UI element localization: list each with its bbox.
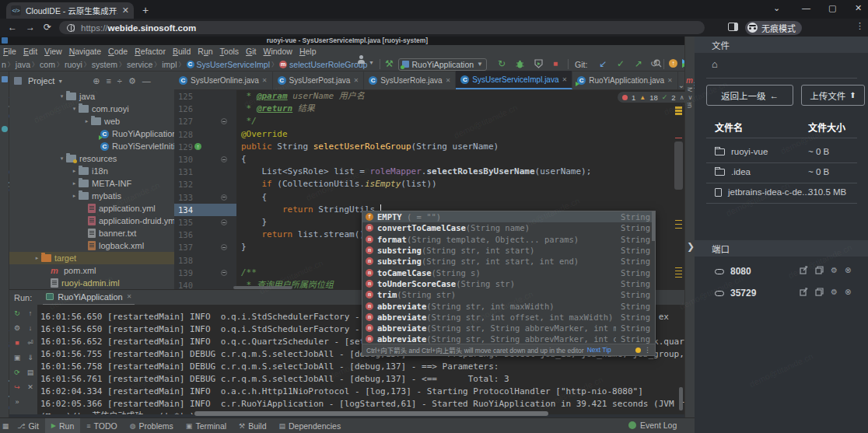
open-external-icon[interactable] [800, 266, 808, 274]
print-icon[interactable]: ▤ [24, 368, 37, 376]
tree-item-ruoyiapplication[interactable]: CRuoYiApplication [9, 127, 174, 140]
statusbar-run[interactable]: ▶Run [45, 418, 80, 433]
up-stack-icon[interactable]: ↑ [24, 309, 37, 317]
more-icon[interactable]: » [11, 398, 23, 406]
tree-item-meta-inf[interactable]: ▸META-INF [9, 177, 174, 190]
coverage-icon[interactable] [534, 59, 543, 68]
port-close-icon[interactable]: ⊗ [845, 288, 851, 296]
run-settings-icon[interactable]: ⚙ [11, 324, 23, 332]
menu-refactor[interactable]: Refactor [135, 47, 166, 56]
port-close-icon[interactable]: ⊗ [845, 266, 851, 274]
window-maximize-icon[interactable]: ▢ [828, 3, 836, 13]
statusbar-dependencies[interactable]: ▤Dependencies [273, 418, 348, 433]
rerun-icon[interactable]: ↻ [11, 309, 23, 317]
fold-icon[interactable] [221, 244, 227, 250]
completion-item-format[interactable]: mformat(String template, Object... param… [362, 234, 655, 245]
tree-item-ruoyi-admin-iml[interactable]: ruoyi-admin.iml [9, 277, 174, 289]
user-dropdown-icon[interactable]: ▼ [369, 60, 374, 65]
tab-close-icon[interactable]: ✕ [353, 77, 359, 84]
next-tip-link[interactable]: Next Tip [587, 346, 611, 354]
tree-item-application-yml[interactable]: application.yml [9, 202, 174, 215]
menu-tools[interactable]: Tools [220, 47, 240, 56]
back-icon[interactable]: ← [8, 22, 17, 33]
editor-tab-sysuseronline-java[interactable]: CSysUserOnline.java✕ [174, 71, 273, 89]
run-tab-close-icon[interactable]: ✕ [127, 293, 132, 300]
console-vscrollbar[interactable] [679, 387, 683, 410]
project-dropdown-icon[interactable]: ▼ [58, 79, 63, 84]
tree-chevron-icon[interactable]: ▾ [58, 155, 66, 162]
git-commit-icon[interactable]: ✓ [617, 58, 625, 69]
stop-icon[interactable]: ■ [553, 59, 558, 68]
window-close-icon[interactable]: ✕ [855, 3, 862, 13]
restart-icon[interactable]: ⟳ [11, 368, 23, 376]
gideabrowser-stripe-icon[interactable] [2, 126, 8, 132]
completion-item-trim[interactable]: mtrim(String str)String [362, 289, 655, 300]
inspections-widget[interactable]: 1 ▲ 18 ✓ 2 ∧ ∨ [618, 92, 697, 103]
completion-item-converttocamelcase[interactable]: mconvertToCamelCase(String name)String [362, 222, 655, 233]
locate-icon[interactable]: ⊕ [93, 76, 100, 86]
tree-chevron-icon[interactable]: ▸ [33, 255, 41, 261]
completion-item-abbreviate[interactable]: mabbreviate(String str, int offset, int … [362, 312, 655, 323]
git-update-icon[interactable]: ↙ [599, 58, 607, 69]
collapse-all-icon[interactable]: ÷ [117, 76, 122, 86]
tree-item-application-druid-yml[interactable]: application-druid.yml [9, 215, 174, 227]
fold-icon[interactable] [221, 118, 227, 124]
menu-code[interactable]: Code [108, 47, 128, 56]
menu-help[interactable]: Help [299, 47, 317, 56]
editor-tab-sysuserrole-java[interactable]: CSysUserRole.java✕ [364, 71, 456, 89]
hide-panel-icon[interactable]: — [142, 76, 151, 86]
dump-icon[interactable]: ▣ [11, 354, 23, 361]
fold-icon[interactable] [221, 270, 227, 276]
statusbar-git[interactable]: ⎇Git [11, 418, 45, 433]
tab-close-icon[interactable]: ✕ [667, 77, 673, 84]
back-parent-button[interactable]: 返回上一级← [706, 85, 793, 106]
run-console-tab[interactable]: RuoYiApplication ✕ [43, 290, 135, 306]
breadcrumb-item[interactable]: com [40, 60, 55, 69]
build-hammer-icon[interactable]: ⚒ [385, 58, 394, 69]
tab-close-icon[interactable]: ✕ [122, 5, 129, 16]
tree-chevron-icon[interactable]: ▸ [70, 180, 79, 187]
exit-icon[interactable]: ↪ [11, 383, 23, 391]
fold-icon[interactable] [221, 219, 227, 225]
breadcrumb-item[interactable]: java [16, 60, 30, 69]
tree-item-i18n[interactable]: ▸i18n [9, 165, 174, 177]
tree-item-java[interactable]: ▾java [9, 90, 174, 103]
statusbar-terminal[interactable]: ▣Terminal [180, 418, 233, 433]
copy-icon[interactable] [815, 288, 824, 296]
menu-file[interactable]: File [3, 47, 16, 56]
menu-run[interactable]: Run [198, 47, 212, 56]
update-icon[interactable]: ↑ [669, 59, 677, 68]
tree-item-web[interactable]: ▸web [9, 115, 174, 127]
tree-item-banner-txt[interactable]: banner.txt [9, 227, 174, 239]
project-stripe-icon[interactable] [2, 76, 8, 82]
tree-item-mybatis[interactable]: ▸mybatis [9, 190, 174, 202]
event-log-button[interactable]: Event Log [628, 417, 677, 433]
tree-chevron-icon[interactable]: ▾ [70, 106, 79, 112]
git-push-icon[interactable]: ↗ [635, 58, 642, 69]
tree-chevron-icon[interactable]: ▸ [82, 118, 91, 124]
debug-icon[interactable] [516, 60, 524, 68]
expand-all-icon[interactable]: ≡ [106, 76, 110, 86]
override-marker-icon[interactable]: ↑ [194, 143, 201, 150]
tree-chevron-icon[interactable]: ▾ [58, 93, 66, 100]
console-hscrollbar[interactable] [194, 411, 548, 416]
editor-vscrollbar[interactable] [674, 141, 683, 190]
address-bar[interactable]: https://webide.sinosoft.com [59, 21, 705, 34]
down-stack-icon[interactable]: ↓ [24, 324, 37, 332]
breadcrumb-item[interactable]: CSysUserServiceImpl [187, 60, 271, 69]
port-settings-icon[interactable]: ⚙ [831, 266, 838, 274]
tree-item-resources[interactable]: ▾resources [9, 152, 174, 165]
copy-icon[interactable] [815, 266, 824, 274]
completion-item-tounderscorecase[interactable]: mtoUnderScoreCase(String str)String [362, 278, 655, 289]
site-info-icon[interactable] [67, 24, 75, 32]
statusbar-todo[interactable]: ≡TODO [80, 418, 123, 433]
clear-icon[interactable]: ✕ [24, 383, 37, 391]
fold-icon[interactable] [221, 156, 227, 162]
run-icon[interactable]: ↻ [498, 58, 506, 69]
tab-close-icon[interactable]: ✕ [262, 77, 268, 84]
window-minimize-icon[interactable]: — [802, 3, 810, 12]
window-menu-icon[interactable]: ⌄ [773, 3, 780, 13]
editor-tab-sysuserpost-java[interactable]: CSysUserPost.java✕ [273, 71, 365, 89]
breadcrumb-item[interactable]: n [2, 60, 6, 69]
port-settings-icon[interactable]: ⚙ [831, 288, 838, 296]
